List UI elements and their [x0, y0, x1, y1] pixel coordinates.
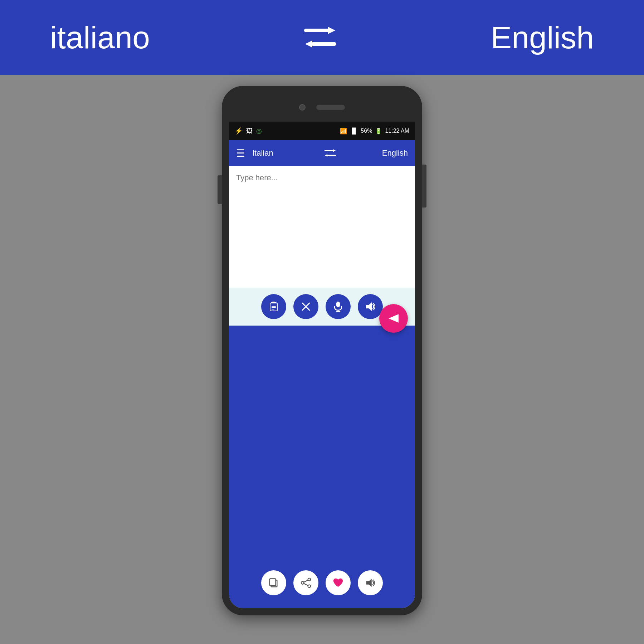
earpiece-speaker	[316, 105, 345, 110]
screen-content	[229, 166, 415, 608]
translate-button[interactable]	[379, 304, 408, 333]
svg-rect-16	[336, 302, 340, 307]
clipboard-button[interactable]	[261, 294, 286, 319]
output-action-bar	[236, 565, 408, 601]
volume-button[interactable]	[358, 294, 383, 319]
banner-target-lang[interactable]: English	[491, 19, 594, 56]
clear-button[interactable]	[293, 294, 318, 319]
output-area	[229, 326, 415, 608]
svg-marker-5	[333, 149, 335, 152]
volume-icon	[365, 301, 376, 312]
output-volume-button[interactable]	[358, 570, 383, 595]
output-share-button[interactable]	[293, 570, 318, 595]
svg-marker-1	[328, 27, 335, 34]
status-right-icons: 📶 ▐▌ 56% 🔋 11:22 AM	[340, 128, 409, 135]
banner-source-lang[interactable]: italiano	[50, 19, 150, 56]
svg-rect-23	[270, 579, 276, 586]
svg-point-25	[301, 581, 304, 584]
send-icon	[387, 312, 400, 325]
svg-rect-4	[324, 150, 333, 151]
status-left-icons: ⚡ 🖼 ◎	[235, 127, 262, 135]
translation-input[interactable]	[236, 173, 408, 266]
output-favorite-button[interactable]	[326, 570, 351, 595]
phone-volume-button[interactable]	[218, 175, 222, 204]
toolbar-source-lang[interactable]: Italian	[252, 148, 320, 158]
svg-rect-12	[272, 307, 276, 308]
gps-icon: ◎	[256, 127, 262, 135]
phone-wrapper: ⚡ 🖼 ◎ 📶 ▐▌ 56% 🔋 11:22 AM ☰ Italian	[222, 86, 422, 615]
svg-rect-10	[272, 302, 275, 303]
banner-swap-icon[interactable]	[302, 23, 338, 52]
battery-icon: 🔋	[375, 128, 382, 135]
top-banner: italiano English	[0, 0, 644, 75]
output-heart-icon	[333, 578, 343, 588]
svg-rect-11	[272, 306, 276, 307]
phone-top-bar	[229, 93, 415, 122]
svg-line-27	[304, 580, 308, 582]
svg-marker-20	[389, 314, 399, 323]
svg-marker-19	[366, 302, 372, 311]
svg-rect-6	[327, 155, 336, 156]
phone-power-button[interactable]	[422, 165, 426, 208]
svg-marker-7	[325, 154, 327, 157]
svg-rect-2	[311, 42, 336, 46]
clear-icon	[301, 301, 311, 312]
input-area	[229, 166, 415, 288]
svg-line-28	[304, 584, 308, 586]
output-copy-icon	[268, 577, 279, 588]
wifi-icon: 📶	[340, 128, 347, 135]
clock: 11:22 AM	[385, 128, 409, 134]
svg-point-24	[308, 578, 311, 581]
svg-point-26	[308, 585, 311, 588]
svg-rect-13	[272, 309, 274, 309]
menu-icon[interactable]: ☰	[236, 147, 245, 159]
phone-device: ⚡ 🖼 ◎ 📶 ▐▌ 56% 🔋 11:22 AM ☰ Italian	[222, 86, 422, 615]
status-bar: ⚡ 🖼 ◎ 📶 ▐▌ 56% 🔋 11:22 AM	[229, 122, 415, 140]
svg-rect-9	[270, 303, 277, 311]
gallery-icon: 🖼	[246, 127, 253, 135]
app-toolbar: ☰ Italian English	[229, 140, 415, 166]
battery-level: 56%	[361, 128, 372, 134]
svg-marker-29	[366, 579, 372, 587]
input-action-bar	[229, 288, 415, 326]
front-camera	[299, 104, 306, 111]
output-copy-button[interactable]	[261, 570, 286, 595]
clipboard-icon	[268, 301, 279, 312]
microphone-button[interactable]	[326, 294, 351, 319]
output-volume-icon	[365, 577, 376, 588]
usb-icon: ⚡	[235, 127, 243, 135]
toolbar-target-lang[interactable]: English	[340, 148, 408, 158]
svg-marker-3	[305, 40, 312, 48]
output-share-icon	[301, 577, 311, 588]
microphone-icon	[333, 301, 343, 312]
signal-icon: ▐▌	[350, 128, 358, 134]
svg-rect-0	[304, 29, 329, 32]
toolbar-swap-icon[interactable]	[324, 148, 337, 158]
